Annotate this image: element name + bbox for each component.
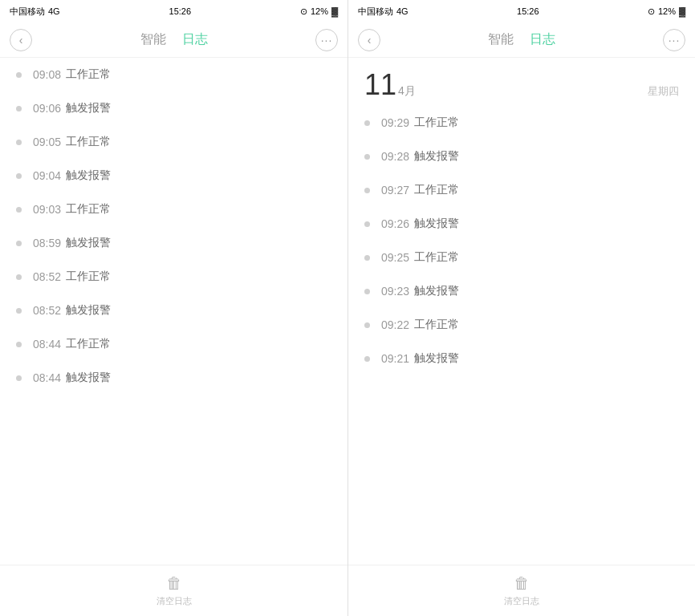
- log-status: 工作正常: [414, 183, 459, 197]
- list-item: 09:06 触发报警: [0, 91, 348, 125]
- log-dot: [364, 221, 370, 227]
- list-item: 09:05 工作正常: [0, 125, 348, 159]
- log-status: 触发报警: [414, 351, 459, 366]
- log-dot: [16, 241, 22, 246]
- tab-log-left[interactable]: 日志: [182, 31, 208, 48]
- list-item: 09:26 触发报警: [348, 207, 695, 241]
- log-dot: [16, 274, 22, 280]
- log-time: 09:29: [381, 116, 409, 129]
- alarm-icon-left: ⊙: [300, 6, 307, 17]
- log-status: 触发报警: [414, 284, 459, 298]
- log-dot: [364, 289, 370, 294]
- log-dot: [364, 356, 370, 362]
- network-left: 4G: [48, 6, 60, 16]
- trash-icon-left: 🗑: [166, 574, 182, 593]
- tab-smart-left[interactable]: 智能: [140, 31, 166, 48]
- list-item: 08:44 工作正常: [0, 327, 348, 361]
- log-status: 触发报警: [414, 149, 459, 164]
- log-list-right: 09:29 工作正常 09:28 触发报警 09:27 工作正常 09:26 触…: [348, 106, 695, 565]
- list-item: 08:59 触发报警: [0, 226, 348, 260]
- log-status: 触发报警: [66, 168, 111, 183]
- tab-log-right[interactable]: 日志: [530, 31, 555, 48]
- log-time: 09:06: [33, 102, 61, 115]
- list-item: 08:52 触发报警: [0, 294, 348, 327]
- log-dot: [364, 255, 370, 261]
- log-dot: [364, 188, 370, 193]
- clear-button-left[interactable]: 🗑 清空日志: [156, 574, 192, 607]
- nav-bar-right: ‹ 智能 日志 ···: [348, 22, 695, 58]
- log-time: 09:23: [381, 285, 409, 298]
- log-status: 工作正常: [66, 337, 111, 351]
- log-time: 08:59: [33, 237, 61, 249]
- clear-label-right: 清空日志: [504, 595, 539, 607]
- log-dot: [16, 207, 22, 213]
- left-panel: 中国移动 4G 15:26 ⊙ 12% ▓ ‹ 智能 日志 ··· 09:08 …: [0, 0, 348, 616]
- right-panel: 中国移动 4G 15:26 ⊙ 12% ▓ ‹ 智能 日志 ··· 114月 星…: [348, 0, 695, 616]
- nav-tabs-left: 智能 日志: [140, 31, 208, 48]
- log-time: 09:04: [33, 169, 61, 182]
- log-status: 工作正常: [66, 135, 111, 149]
- date-day: 11: [364, 68, 396, 101]
- date-weekday: 星期四: [648, 84, 679, 99]
- log-dot: [16, 140, 22, 145]
- bottom-bar-right: 🗑 清空日志: [348, 565, 695, 616]
- battery-left: 12%: [311, 6, 328, 16]
- carrier-left: 中国移动: [10, 6, 45, 18]
- network-right: 4G: [396, 6, 408, 16]
- log-dot: [16, 173, 22, 179]
- list-item: 09:23 触发报警: [348, 274, 695, 308]
- more-icon-right: ···: [669, 34, 681, 47]
- log-status: 触发报警: [66, 101, 111, 116]
- log-time: 08:52: [33, 304, 61, 317]
- battery-bar-right: ▓: [679, 6, 685, 16]
- more-button-right[interactable]: ···: [663, 29, 685, 51]
- log-status: 工作正常: [414, 116, 459, 130]
- battery-right: 12%: [658, 6, 676, 16]
- log-dot: [16, 342, 22, 347]
- nav-bar-left: ‹ 智能 日志 ···: [0, 22, 348, 58]
- back-button-left[interactable]: ‹: [10, 29, 32, 51]
- list-item: 09:29 工作正常: [348, 106, 695, 140]
- status-right-left: ⊙ 12% ▓: [300, 6, 338, 17]
- list-item: 09:08 工作正常: [0, 58, 348, 91]
- list-item: 08:44 触发报警: [0, 361, 348, 395]
- log-time: 09:28: [381, 150, 409, 163]
- log-status: 触发报警: [66, 371, 111, 385]
- log-status: 工作正常: [66, 270, 111, 284]
- list-item: 08:52 工作正常: [0, 260, 348, 294]
- log-status: 触发报警: [414, 217, 459, 231]
- time-left: 15:26: [169, 6, 192, 16]
- back-button-right[interactable]: ‹: [358, 29, 380, 51]
- log-status: 触发报警: [66, 303, 111, 318]
- list-item: 09:28 触发报警: [348, 140, 695, 173]
- log-dot: [16, 106, 22, 111]
- log-time: 09:25: [381, 251, 409, 264]
- log-time: 08:44: [33, 371, 61, 384]
- carrier-right: 中国移动: [358, 6, 393, 18]
- nav-tabs-right: 智能 日志: [488, 31, 555, 48]
- log-time: 08:44: [33, 338, 61, 351]
- clear-button-right[interactable]: 🗑 清空日志: [504, 574, 539, 607]
- date-month: 4月: [398, 84, 416, 97]
- log-time: 09:03: [33, 203, 61, 216]
- bottom-bar-left: 🗑 清空日志: [0, 565, 348, 616]
- status-bar-right: 中国移动 4G 15:26 ⊙ 12% ▓: [348, 0, 695, 22]
- status-right-right: ⊙ 12% ▓: [648, 6, 685, 17]
- log-time: 09:08: [33, 68, 61, 81]
- log-status: 工作正常: [414, 250, 459, 265]
- list-item: 09:22 工作正常: [348, 308, 695, 342]
- tab-smart-right[interactable]: 智能: [488, 31, 514, 48]
- more-button-left[interactable]: ···: [315, 29, 338, 51]
- log-status: 触发报警: [66, 236, 111, 250]
- date-header: 114月 星期四: [348, 58, 695, 106]
- status-left-right: 中国移动 4G: [358, 6, 408, 18]
- list-item: 09:25 工作正常: [348, 241, 695, 274]
- back-icon-right: ‹: [368, 34, 372, 47]
- list-item: 09:21 触发报警: [348, 342, 695, 375]
- date-info: 114月: [364, 71, 416, 99]
- log-status: 工作正常: [414, 318, 459, 332]
- time-right: 15:26: [517, 6, 539, 16]
- status-left: 中国移动 4G: [10, 6, 60, 18]
- log-status: 工作正常: [66, 202, 111, 217]
- log-dot: [364, 322, 370, 328]
